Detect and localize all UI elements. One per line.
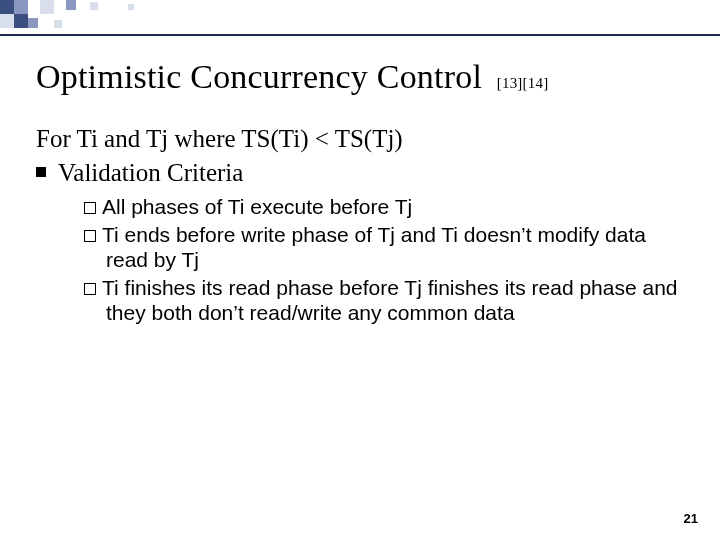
title-underline [0, 34, 720, 36]
checkbox-icon [84, 283, 96, 295]
checkbox-icon [84, 202, 96, 214]
page-number: 21 [684, 511, 698, 526]
slide-content: Optimistic Concurrency Control [13][14] … [36, 50, 684, 328]
title-text: Optimistic Concurrency Control [36, 58, 482, 95]
title-references: [13][14] [497, 75, 549, 91]
criteria-item: Ti finishes its read phase before Tj fin… [36, 275, 684, 326]
criteria-item: All phases of Ti execute before Tj [36, 194, 684, 220]
criteria-item: Ti ends before write phase of Tj and Ti … [36, 222, 684, 273]
criteria-heading: Validation Criteria [36, 157, 684, 188]
criteria-text: All phases of Ti execute before Tj [102, 195, 412, 218]
criteria-text: Ti finishes its read phase before Tj fin… [102, 276, 678, 325]
slide-title: Optimistic Concurrency Control [13][14] [36, 58, 684, 95]
corner-decoration [0, 0, 160, 34]
intro-line: For Ti and Tj where TS(Ti) < TS(Tj) [36, 123, 684, 154]
criteria-text: Ti ends before write phase of Tj and Ti … [102, 223, 646, 272]
checkbox-icon [84, 230, 96, 242]
